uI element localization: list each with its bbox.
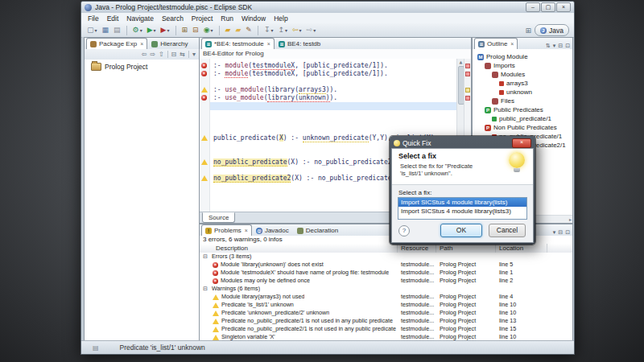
problem-row[interactable]: Singleton variable 'X'testmodule...Prolo… [200,333,572,340]
dropdown-arrow-icon[interactable]: ▾ [140,27,142,33]
problem-row[interactable]: Predicate 'unknown_predicate/2' unknownt… [200,309,572,317]
new-wizard-button[interactable]: ▢▾ [85,25,99,35]
code-line-6[interactable] [210,102,456,110]
scroll-right-icon[interactable]: ▸ [569,216,572,222]
code-line-5[interactable]: :- use_module(library(unknown)). [210,94,456,102]
new-package-button[interactable]: ⊟ [191,25,200,35]
dropdown-arrow-icon[interactable]: ▾ [299,27,302,33]
problem-row[interactable]: ×Module 'library(unknown)' does not exis… [200,261,572,269]
gutter-error-icon[interactable]: × [201,63,207,68]
help-button[interactable]: ? [398,225,410,237]
open-folder-button[interactable]: ▰ [224,25,233,35]
open-resource-button[interactable]: ▰ [233,25,242,35]
new-java-project-button[interactable]: ⊞ [180,25,190,35]
tab-outline[interactable]: ≡Outline× [474,38,518,49]
gutter-error-icon[interactable]: × [201,95,207,101]
maximize-icon[interactable]: ⊡ [565,43,570,49]
code-line-1[interactable]: :- module(testmoduleX, [public_predicate… [210,62,456,70]
minimize-button[interactable]: – [526,2,540,12]
tree-item-prolog-project[interactable]: Prolog Project [85,62,199,72]
fix-option[interactable]: Import SICStus 4 module library(lists) [398,198,526,207]
next-annotation-button[interactable]: ↧▾ [262,25,275,35]
problem-row[interactable]: ×Module 'testmoduleX' should have name o… [200,269,572,277]
menu-project[interactable]: Project [188,14,217,23]
minimize-icon[interactable]: ⊟ [558,229,563,236]
column-header-path[interactable]: Path [436,244,496,253]
close-icon[interactable]: × [245,228,248,233]
tab-problems[interactable]: !Problems× [201,224,252,236]
code-line-8[interactable] [210,118,456,126]
minimize-icon[interactable]: ⊟ [558,43,563,49]
new-class-button[interactable]: ◉▾ [202,25,215,35]
maximize-button[interactable]: ▢ [541,2,555,12]
overview-error-marker[interactable] [465,96,470,101]
problem-row[interactable]: ×Modules may only be defined oncetestmod… [200,277,572,285]
dropdown-arrow-icon[interactable]: ▾ [285,27,287,33]
outline-item-public-predicates[interactable]: PPublic Predicates [473,105,572,114]
menu-search[interactable]: Search [158,14,188,23]
annotate-button[interactable]: ✎ [244,25,254,35]
outline-item-imports[interactable]: Imports [473,61,572,70]
outline-item-prolog-module[interactable]: MProlog Module [473,52,572,61]
dropdown-arrow-icon[interactable]: ▾ [167,27,170,33]
dropdown-arrow-icon[interactable]: ▾ [154,27,156,33]
maximize-icon[interactable]: ⊡ [565,229,570,236]
outline-item-files[interactable]: Files [473,97,572,105]
problem-row[interactable]: Predicate no_public_predicate2/1 is not … [200,325,572,333]
code-line-9[interactable] [210,126,456,134]
collapse-all-icon[interactable]: ⊟ [171,51,177,58]
ok-button[interactable]: OK [440,224,482,237]
overview-error-marker[interactable] [465,72,470,76]
fix-option[interactable]: Import SICStus 4 module library(lists3) [398,207,526,216]
menu-window[interactable]: Window [237,14,270,23]
source-page-tab[interactable]: Source [202,212,235,223]
title-bar[interactable]: Java - Prolog Project/testmodule.pisc - … [81,2,574,14]
dialog-title-bar[interactable]: Quick Fix × [391,138,534,148]
menu-help[interactable]: Help [270,14,291,23]
outline-item-arrays3[interactable]: arrays3 [473,79,572,88]
problem-row[interactable]: Module library(arrays3) not usedtestmodu… [200,293,572,301]
save-button[interactable]: ▦ [101,25,111,35]
menu-edit[interactable]: Edit [103,14,123,23]
run-button[interactable]: ▶▾ [146,25,158,35]
gutter-warning-icon[interactable] [201,159,208,165]
tab-be4-testmodule[interactable]: ≡*BE4: testmodule× [201,38,275,49]
collapse-twisty-icon[interactable]: ⊟ [203,285,209,293]
outline-item-unknown[interactable]: unknown [473,88,572,97]
outline-item-public-predicate-1[interactable]: public_predicate/1 [473,114,572,123]
gutter-error-icon[interactable]: × [201,71,207,76]
column-header-location[interactable]: Location [496,244,547,253]
print-button[interactable]: ▤ [112,25,122,35]
column-header-description[interactable]: Description [200,244,398,253]
menu-file[interactable]: File [84,14,103,23]
dropdown-arrow-icon[interactable]: ▾ [313,27,316,33]
gutter-warning-icon[interactable] [201,135,208,141]
close-icon[interactable]: × [140,41,143,47]
collapse-twisty-icon[interactable]: ⊟ [203,253,209,261]
outline-item-modules[interactable]: Modules [473,70,572,79]
overview-warning-marker[interactable] [465,88,470,93]
code-line-2[interactable]: :- module(testmoduleX, [public_predicate… [210,70,456,78]
sort-icon[interactable]: ⇅ [546,43,551,49]
view-menu-icon[interactable]: ▾ [192,51,196,58]
tab-declaration[interactable]: Declaration [293,224,342,236]
close-icon[interactable]: × [510,41,514,47]
tab-javadoc[interactable]: @Javadoc [252,224,293,236]
back-nav-icon[interactable]: ⇦ [141,51,147,58]
view-menu-icon[interactable]: ▾ [553,43,556,49]
code-line-3[interactable] [210,78,456,86]
dialog-close-button[interactable]: × [512,138,531,148]
link-editor-icon[interactable]: ⇆ [180,51,185,58]
external-tools-button[interactable]: ▶▾ [159,25,171,35]
tab-package-exp[interactable]: Package Exp× [86,38,147,49]
debug-button[interactable]: ⚙▾ [131,25,144,35]
outline-item-non-public-predicates[interactable]: PNon Public Predicates [473,123,572,132]
problem-row[interactable]: Predicate 'is_list/1' unknowntestmodule.… [200,301,572,309]
view-menu-icon[interactable]: ▾ [553,229,556,236]
dropdown-arrow-icon[interactable]: ▾ [95,27,97,33]
column-header-resource[interactable]: Resource [398,244,436,253]
code-line-4[interactable]: :- use_module(library(arrays3)). [210,86,456,94]
problem-group-row[interactable]: ⊟Errors (3 items) [200,253,572,261]
up-nav-icon[interactable]: ⇧ [159,51,164,58]
tab-be4-testdb[interactable]: ≡BE4: testdb [275,38,324,49]
